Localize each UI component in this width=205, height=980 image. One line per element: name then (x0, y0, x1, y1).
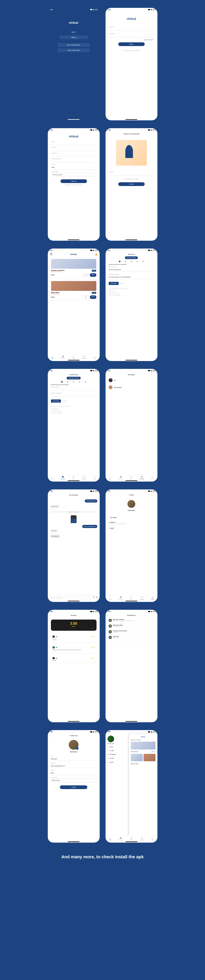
review-button[interactable]: Review (90, 295, 96, 299)
page-title: Notifications (127, 614, 136, 616)
tab-addstore[interactable]: ⬢Add Store (118, 596, 123, 600)
tab-orders[interactable]: ◷Orders (130, 837, 133, 840)
gender-select[interactable]: Male▾ (52, 165, 96, 170)
tab-addstore[interactable]: ⬢Add Store (118, 476, 123, 479)
tab-home[interactable]: ⌂Home (109, 837, 111, 840)
dob-input[interactable]: 📅 June 16, 2000 (52, 173, 96, 177)
tab-orders[interactable]: ◷Orders (72, 476, 75, 479)
gender-select[interactable]: Male▾ (51, 771, 97, 775)
review-button[interactable]: Review (90, 273, 96, 277)
edit-button[interactable]: Edit (83, 273, 89, 277)
nav-profile[interactable]: ☺ Profile (108, 749, 127, 752)
tab-orders[interactable]: ◷Orders (72, 355, 75, 359)
signin-button[interactable]: Sign in (60, 30, 88, 34)
back-icon[interactable]: ‹ (50, 735, 50, 737)
conversation-row[interactable]: Jin (109, 377, 154, 384)
attach-icon[interactable]: 📎 (93, 596, 95, 599)
dob-input[interactable]: 📅 01-01-2000 (51, 778, 97, 782)
store-card[interactable]: Ali abdo the plumber 📍 Alex, Amsterdam, … (50, 258, 98, 278)
submit-button[interactable]: Submit (118, 182, 145, 186)
tab-messages[interactable]: ✉Messages (140, 837, 144, 840)
partner-card[interactable] (131, 754, 143, 761)
back-icon[interactable]: ‹ (50, 494, 50, 496)
tab-messages[interactable]: ✉Messages (82, 476, 86, 479)
nav-logout[interactable]: ⎋ Logout (108, 760, 127, 764)
tab-messages[interactable]: ✉Messages (140, 596, 144, 600)
store-card[interactable]: Hamza Store 📍 Alex, Amsterdam € 0.0 810K… (50, 280, 98, 300)
tab-messages[interactable]: ✉Messages (140, 476, 144, 479)
email-input[interactable]: rejan.prins@gmail.com (51, 764, 97, 768)
bdesc-input[interactable]: The best plumber in the Netherlands (109, 275, 154, 279)
continue-button[interactable]: CONTINUE (109, 282, 119, 285)
email-input[interactable] (52, 148, 96, 151)
tab-addstore[interactable]: ⬢Add Store (61, 476, 65, 479)
menu-logout[interactable]: ⎋ LogoutLogout › (109, 526, 154, 531)
continue-button[interactable]: CONTINUE (51, 399, 61, 402)
screen-signin: 4:25 nl◊tical Email ID Password Forgot P… (105, 8, 157, 120)
statusbar: 4:09 (48, 489, 100, 493)
notification-item[interactable]: 🔔 App Store MentionWill receive business… (109, 617, 154, 623)
bdesc-input[interactable] (51, 394, 97, 397)
tab-home[interactable]: ⌂Home (109, 596, 111, 600)
email-input[interactable] (110, 28, 154, 30)
tab-orders[interactable]: ◷Orders (130, 596, 133, 600)
cancel-button[interactable]: Cancel (62, 401, 66, 402)
conversation-row[interactable]: jitu prinseya (109, 384, 154, 391)
remember-link[interactable]: Remember password? Signin (110, 178, 154, 180)
menu-address[interactable]: ◉ AddressEdit / Create / set Default add… (109, 520, 154, 526)
bname-input[interactable] (51, 388, 97, 391)
nav-orders[interactable]: ◷ Orders (108, 756, 127, 760)
notification-item[interactable]: 🔔 Interactive alertsAll your alerts go h… (109, 623, 154, 629)
nav-messages[interactable]: ✉ Messages (108, 752, 127, 756)
password-input[interactable] (52, 154, 96, 157)
signin-button[interactable]: Sign in (118, 42, 145, 46)
signin-link[interactable]: Already have an account? Signin (52, 184, 96, 185)
signup-link[interactable]: Don't have an account? Signup (110, 50, 154, 51)
tab-profile[interactable]: ☺Profile (151, 476, 154, 479)
tab-home[interactable]: ⌂Home (51, 355, 54, 359)
forgot-link[interactable]: Forgot Password? (110, 39, 154, 40)
tab-addstore[interactable]: ⬢Add Store (118, 837, 123, 840)
edit-button[interactable]: Edit (83, 295, 89, 299)
tab-messages[interactable]: ✉Messages (82, 355, 86, 359)
google-button[interactable]: Sign in with Google (57, 48, 90, 52)
back-icon[interactable]: ‹ (50, 614, 50, 616)
nav-home[interactable]: ⌂ Home (108, 745, 127, 749)
notification-item[interactable]: 🔔 Plumbers service alertsGet alerts (109, 629, 154, 635)
signup-button[interactable]: Sign up (60, 35, 88, 39)
name-input[interactable] (52, 143, 96, 145)
password-input[interactable] (110, 35, 154, 37)
tab-orders[interactable]: ◷Orders (130, 476, 133, 479)
back-icon[interactable]: ‹ (108, 253, 108, 255)
header: ‹ Reviews (48, 613, 100, 617)
tab-home[interactable]: ⌂Home (51, 476, 54, 479)
tab-profile[interactable]: ☺Profile (151, 837, 154, 840)
tab-profile[interactable]: ☺Profile (151, 596, 154, 600)
name-input[interactable]: rejansagor (51, 757, 97, 761)
bname-input[interactable]: Ali abdo the plumber (109, 268, 154, 272)
tab-addstore[interactable]: ⬢Add Store (61, 355, 65, 359)
back-icon[interactable]: ‹ (108, 614, 108, 616)
facebook-button[interactable]: Sign in with Facebook (57, 43, 90, 47)
edit-avatar-icon[interactable]: ✎ (76, 747, 78, 750)
tab-profile[interactable]: ☺Profile (94, 355, 96, 359)
bell-icon: 🔔 (109, 630, 112, 633)
confirm-input[interactable] (52, 160, 96, 162)
screen-reviews: 4:28 ‹ Reviews 3.58 ★★★★☆ 0 ★0 ★0 ★★★★ J… (48, 610, 100, 722)
notification-item[interactable]: 🔔 New TitleLorem ipsum (109, 635, 154, 640)
back-icon[interactable]: ‹ (108, 133, 108, 135)
send-icon[interactable]: ➤ (96, 596, 98, 599)
bell-icon[interactable]: 🔔 (95, 253, 97, 255)
statusbar: 4:02 (105, 730, 157, 733)
menu-icon[interactable]: ☰ (50, 253, 52, 256)
category-image[interactable] (131, 742, 156, 749)
partner-card[interactable] (143, 754, 156, 761)
menu-details[interactable]: ☺ My Details › (109, 515, 154, 520)
tab-home[interactable]: ⌂Home (109, 476, 111, 479)
tab-profile[interactable]: ☺Profile (94, 476, 96, 479)
update-button[interactable]: Update (60, 785, 87, 789)
cancel-button[interactable]: Cancel (120, 283, 124, 284)
email-input[interactable] (110, 173, 154, 176)
signup-button[interactable]: Sign Up (60, 179, 87, 183)
message-input[interactable]: Write your message here... (50, 596, 91, 599)
